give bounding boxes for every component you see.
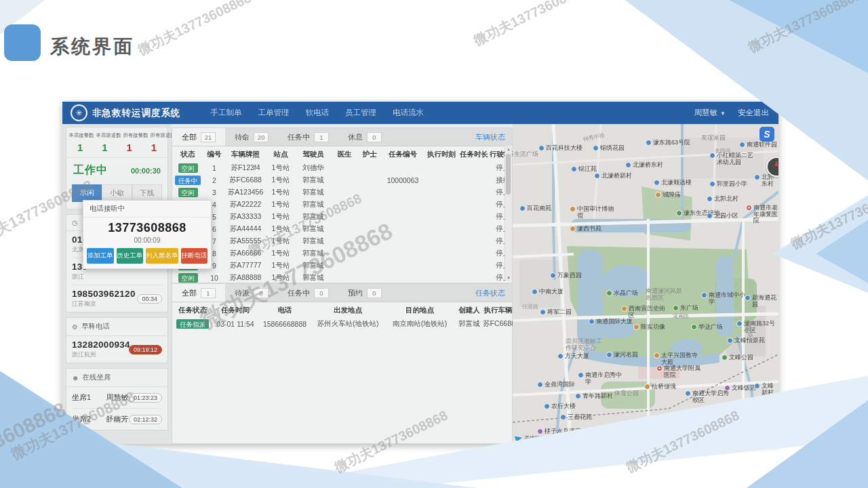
table-cell: 10 xyxy=(203,274,225,282)
tab-任务中[interactable]: 任务中1 xyxy=(278,128,338,146)
table-row[interactable]: 空闲5苏A333331号站郭富城停止 xyxy=(172,211,512,223)
column-header: 执行时刻 xyxy=(425,150,458,159)
map-label-text: 青年路新村 xyxy=(583,393,613,400)
table-row[interactable]: 任务中2苏FC66881号站郭富城10000063接线 xyxy=(172,174,512,186)
map-label: 濠东路63号院 xyxy=(646,140,690,146)
hospital-marker-icon: + xyxy=(746,205,752,211)
scroll-down-icon[interactable]: ▼ xyxy=(505,274,512,281)
map-label-text: 文峰公园 xyxy=(729,354,753,361)
map-label-text: 百花科技大楼 xyxy=(546,145,583,152)
logout-button[interactable]: 安全退出 xyxy=(738,108,769,118)
table-cell: 苏A55555 xyxy=(225,237,266,246)
table-cell: 郭富城 xyxy=(296,249,331,258)
title-accent-square xyxy=(4,24,41,61)
table-row[interactable]: 空闲1苏F123f41号站刘德华停止 xyxy=(172,162,512,174)
table-cell: 郭富城 xyxy=(296,212,331,222)
poi-marker-icon xyxy=(571,166,577,172)
column-header: 状态 xyxy=(172,150,203,159)
table-row[interactable]: 任务指派03-01 11:5415866668888苏州火车站(地铁站)南京南站… xyxy=(172,318,512,330)
tab-全部[interactable]: 全部1 xyxy=(172,284,225,302)
poi-marker-icon xyxy=(707,213,713,219)
nav-item-2[interactable]: 软电话 xyxy=(306,108,330,118)
nav-item-0[interactable]: 手工制单 xyxy=(211,108,242,118)
status-badge: 任务指派 xyxy=(176,319,209,329)
table-cell: 1号站 xyxy=(266,249,296,258)
map-label: 北园小区 xyxy=(707,213,738,220)
scroll-thumb[interactable] xyxy=(506,154,511,195)
map-label-text: 锦绣花园 xyxy=(600,145,625,152)
work-status-label: 工作中 xyxy=(73,163,108,178)
hospital-marker-icon: + xyxy=(656,365,663,371)
nav-item-1[interactable]: 工单管理 xyxy=(258,108,290,118)
table-row[interactable]: 空闲8苏A666661号站郭富城停止 xyxy=(172,247,512,260)
map-canvas[interactable]: 生活广场百花科技大楼锦绣花园濠东路63号院友谊家园南通软件园小红帽第二艺术幼儿园… xyxy=(513,124,778,444)
table-row[interactable]: 空闲9苏A777771号站郭富城停止 xyxy=(172,260,512,272)
map-label-text: 中国审计博物馆 xyxy=(577,206,616,219)
poi-marker-icon xyxy=(532,289,538,295)
tab-任务中[interactable]: 任务中0 xyxy=(278,284,338,302)
map-label-text: 仙桥缦境 xyxy=(652,384,676,390)
map-label-text: 北濠桥新村 xyxy=(601,173,632,180)
app-logo: ✳ 非急救转运调度系统 xyxy=(71,104,181,121)
map-label: 北郭北村 xyxy=(707,196,738,203)
table-row[interactable]: 空闲7苏A555551号站郭富城停止 xyxy=(172,235,512,247)
map-label-text: 中南大厦 xyxy=(539,289,564,296)
map-label-text: 任港路 xyxy=(522,304,538,310)
poi-marker-icon xyxy=(625,162,631,168)
map-label: 北濠桥新村 xyxy=(594,173,632,180)
table-cell: 苏A66666 xyxy=(225,249,266,258)
table-cell: 1 xyxy=(203,164,225,172)
poi-marker-icon xyxy=(550,272,556,279)
map-label: 小红帽第二艺术幼儿园 xyxy=(709,152,756,165)
column-header: 执行车辆 xyxy=(483,306,513,315)
map-label: 生活广场 xyxy=(514,151,538,158)
popup-button-0[interactable]: 添加工单 xyxy=(87,248,114,264)
tab-待命[interactable]: 待命20 xyxy=(225,128,278,146)
table-cell: 1号站 xyxy=(266,188,296,197)
map-label-text: 城南小学 xyxy=(642,431,667,438)
nav-item-3[interactable]: 员工管理 xyxy=(345,108,376,118)
call-list-item[interactable]: 198503962120江苏南京00:34 xyxy=(72,285,162,312)
popup-button-1[interactable]: 历史工单 xyxy=(117,248,144,264)
map-label: 文峰新村 xyxy=(754,383,778,396)
table-row[interactable]: 空闲6苏A444441号站郭富城停止 xyxy=(172,223,512,235)
scroll-up-icon[interactable]: ▲ xyxy=(505,146,512,152)
stat-label: 本席接警数 xyxy=(69,131,94,138)
poi-marker-icon xyxy=(560,414,566,420)
task-status-link[interactable]: 任务状态 xyxy=(475,288,505,298)
user-menu[interactable]: 周慧敏▼ xyxy=(694,108,726,118)
map-label: 文峰饭店 xyxy=(724,385,756,392)
tab-休息[interactable]: 休息0 xyxy=(338,128,391,146)
map-label: 将军二园 xyxy=(540,309,572,316)
map-label: 濠河名园 xyxy=(606,352,638,359)
map-label-text: 北濠顺适楼 xyxy=(661,180,692,186)
tab-预约[interactable]: 预约0 xyxy=(338,284,391,302)
table-cell: 苏A123456 xyxy=(225,188,266,197)
school-marker-icon xyxy=(709,181,715,187)
column-header: 编号 xyxy=(203,150,225,159)
map-label: 东广场 xyxy=(673,305,698,312)
popup-button-3[interactable]: 挂断电话 xyxy=(181,248,208,264)
call-list-item[interactable]: 13282000934浙江杭州09:19:12 xyxy=(72,336,162,363)
app-window: ✳ 非急救转运调度系统 手工制单工单管理软电话员工管理电话流水 周慧敏▼ 安全退… xyxy=(62,102,778,444)
map-label: 三喜花苑 xyxy=(560,414,592,421)
poi-marker-icon xyxy=(685,390,691,396)
table-row[interactable]: 空闲3苏A1234561号站郭富城停止 xyxy=(172,186,512,199)
map-label-text: 南通市城中小学 xyxy=(709,292,748,305)
map-label: 城隍庙 xyxy=(655,192,681,199)
table-row[interactable]: 空闲10苏A888881号站郭富城停止 xyxy=(172,272,512,284)
vehicle-status-link[interactable]: 车辆状态 xyxy=(475,132,505,142)
sidebar: 本席接警数本席派遣数所有接警数所有派遣数 1111 工作中 00:00:30 示… xyxy=(62,124,172,444)
vehicle-scrollbar[interactable]: ▲ ▼ xyxy=(505,146,512,281)
tab-全部[interactable]: 全部21 xyxy=(172,128,225,146)
poi-marker-icon xyxy=(711,432,717,439)
tab-待派[interactable]: 待派0 xyxy=(225,284,278,302)
vehicle-table-header: 状态编号车辆牌照站点驾驶员医生护士任务编号执行时刻任务时长行驶状态 xyxy=(172,146,512,162)
tab-count: 0 xyxy=(314,288,329,298)
popup-button-2[interactable]: 列入黑名单 xyxy=(146,248,178,264)
map-label: 文峰大厦 xyxy=(745,400,776,407)
table-cell: 苏州火车站(地铁站) xyxy=(312,319,384,329)
nav-item-4[interactable]: 电话流水 xyxy=(393,108,424,118)
map-label: 南通市城中小学 xyxy=(701,292,748,305)
table-row[interactable]: 空闲4苏A222221号站郭富城停止 xyxy=(172,199,512,211)
